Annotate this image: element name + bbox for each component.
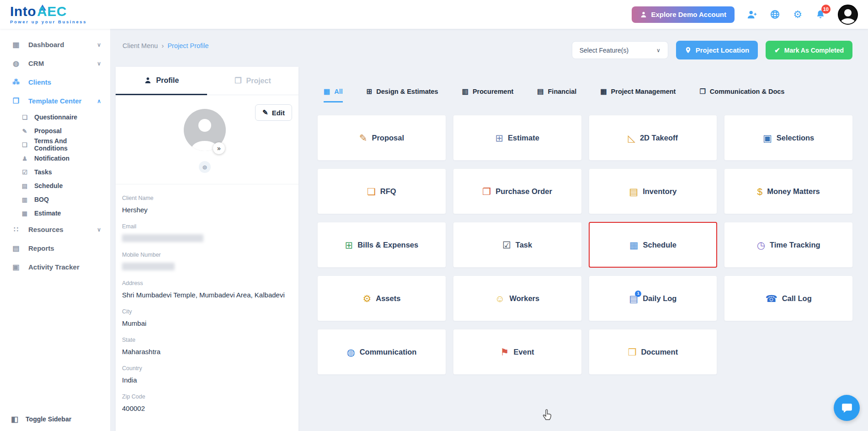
select-features-dropdown[interactable]: Select Feature(s) ∨ <box>572 41 668 59</box>
schedule-icon: ▦ <box>629 240 639 250</box>
sidebar-item-label: Tasks <box>34 168 52 176</box>
estimate-sheet-icon: ▦ <box>21 210 29 217</box>
feature-tab-all[interactable]: ▦All <box>324 87 343 102</box>
notification-count-badge: 10 <box>821 5 831 14</box>
sidebar-item-template-center[interactable]: ❐Template Center∧ <box>0 92 110 110</box>
sidebar-item-tasks[interactable]: ☑Tasks <box>0 165 110 179</box>
explore-demo-account-button[interactable]: Explore Demo Account <box>632 6 735 23</box>
tab-project[interactable]: ❐ Project <box>207 67 298 95</box>
notifications-bell-icon[interactable]: 10 <box>815 9 826 20</box>
feature-tab-project-management[interactable]: ▦Project Management <box>600 87 676 102</box>
feature-tab-financial[interactable]: ▤Financial <box>537 87 576 102</box>
feature-card-schedule[interactable]: ▦Schedule <box>589 222 718 268</box>
feature-tab-communication-docs[interactable]: ❐Communication & Docs <box>699 87 784 102</box>
feature-tab-design-estimates[interactable]: ⊞Design & Estimates <box>367 87 438 102</box>
sidebar-item-label: Notification <box>34 155 69 162</box>
feature-card-time-tracking[interactable]: ◷Time Tracking <box>724 222 853 268</box>
feature-card-label: Assets <box>376 294 400 303</box>
feature-card-call-log[interactable]: ☎Call Log <box>724 275 853 321</box>
boq-book-icon: ▥ <box>21 196 29 203</box>
settings-gear-icon[interactable]: ⚙ <box>792 9 803 20</box>
financial-icon: ▤ <box>537 87 543 96</box>
feature-card-label: Document <box>641 348 678 356</box>
field-label: Client Name <box>122 195 292 201</box>
feature-card-label: Schedule <box>643 241 676 249</box>
purchase-order-icon: ❐ <box>482 187 491 196</box>
feature-card-label: Call Log <box>782 294 812 303</box>
sidebar-item-label: Terms And Conditions <box>34 137 101 152</box>
feature-card-selections[interactable]: ▣Selections <box>724 115 853 161</box>
brand-logo[interactable]: IntoAEC Power up your Business <box>10 5 87 24</box>
sidebar-item-resources[interactable]: ∷Resources∨ <box>0 220 110 239</box>
profile-panel-tabs: Profile ❐ Project <box>116 67 298 95</box>
sidebar-item-reports[interactable]: ▤Reports <box>0 239 110 258</box>
rfq-icon: ❏ <box>367 187 376 196</box>
sidebar-item-boq[interactable]: ▥BOQ <box>0 193 110 206</box>
breadcrumb: Client Menu › Project Profile <box>122 42 209 49</box>
feature-card-label: RFQ <box>380 187 396 196</box>
feature-card-label: Bills & Expenses <box>357 241 418 249</box>
activity-tracker-icon: ▣ <box>11 263 21 271</box>
expand-panel-button[interactable]: » <box>213 142 225 154</box>
toggle-sidebar-button[interactable]: ◧ Toggle Sidebar <box>0 407 110 431</box>
field-value: Hershey <box>122 206 292 214</box>
feature-card-document[interactable]: ❒Document <box>589 329 718 375</box>
schedule-gantt-icon: ▤ <box>21 183 29 189</box>
feature-card-estimate[interactable]: ⊞Estimate <box>453 115 582 161</box>
tasks-checklist-icon: ☑ <box>21 169 29 176</box>
sidebar-item-dashboard[interactable]: ▦Dashboard∨ <box>0 35 110 54</box>
feature-card-event[interactable]: ⚑Event <box>453 329 582 375</box>
procurement-icon: ▥ <box>462 87 469 96</box>
project-location-button[interactable]: Project Location <box>676 41 758 59</box>
sidebar-item-questionnaire[interactable]: ❏Questionnaire <box>0 110 110 124</box>
feature-card-daily-log[interactable]: ▤1Daily Log <box>589 275 718 321</box>
feature-card-2d-takeoff[interactable]: ◺2D Takeoff <box>589 115 718 161</box>
feature-card-bills-expenses[interactable]: ⊞Bills & Expenses <box>317 222 446 268</box>
app-header: IntoAEC Power up your Business Explore D… <box>0 0 868 29</box>
field-country: CountryIndia <box>122 365 292 384</box>
breadcrumb-project-profile[interactable]: Project Profile <box>167 42 208 49</box>
feature-card-money-matters[interactable]: $Money Matters <box>724 168 853 214</box>
feature-card-task[interactable]: ☑Task <box>453 222 582 268</box>
sidebar-item-label: Schedule <box>34 182 63 189</box>
user-avatar[interactable] <box>838 5 858 25</box>
feature-card-label: Inventory <box>643 187 676 196</box>
chevron-down-icon: ∨ <box>97 60 101 67</box>
globe-icon[interactable] <box>769 9 780 20</box>
feature-card-purchase-order[interactable]: ❐Purchase Order <box>453 168 582 214</box>
field-client-name: Client NameHershey <box>122 195 292 214</box>
field-city: CityMumbai <box>122 308 292 327</box>
field-zip-code: Zip Code400002 <box>122 393 292 412</box>
chat-widget-button[interactable] <box>834 395 860 421</box>
feature-card-communication[interactable]: ◍Communication <box>317 329 446 375</box>
sidebar-item-clients[interactable]: ⁂Clients <box>0 73 110 92</box>
field-label: City <box>122 308 292 315</box>
feature-card-rfq[interactable]: ❏RFQ <box>317 168 446 214</box>
sidebar-item-label: Template Center <box>28 97 81 105</box>
breadcrumb-client-menu[interactable]: Client Menu <box>122 42 158 49</box>
feature-card-proposal[interactable]: ✎Proposal <box>317 115 446 161</box>
user-add-icon[interactable] <box>746 9 757 20</box>
bills-calculator-icon: ⊞ <box>345 240 353 250</box>
feature-card-label: Money Matters <box>767 187 820 196</box>
document-folder-icon: ❒ <box>628 347 637 357</box>
feature-tab-procurement[interactable]: ▥Procurement <box>462 87 514 102</box>
sidebar-item-notification[interactable]: ♟Notification <box>0 151 110 165</box>
sidebar-item-activity-tracker[interactable]: ▣Activity Tracker <box>0 258 110 276</box>
edit-button[interactable]: ✎ Edit <box>255 104 292 121</box>
feature-card-assets[interactable]: ⚙Assets <box>317 275 446 321</box>
feature-card-workers[interactable]: ☺Workers <box>453 275 582 321</box>
project-management-icon: ▦ <box>600 87 607 96</box>
feature-card-inventory[interactable]: ▤Inventory <box>589 168 718 214</box>
tab-profile[interactable]: Profile <box>116 67 207 95</box>
sidebar-item-terms-and-conditions[interactable]: ❑Terms And Conditions <box>0 138 110 151</box>
upload-photo-icon[interactable]: ⊚ <box>199 161 211 173</box>
sidebar-item-label: Questionnaire <box>34 113 77 121</box>
sidebar-item-crm[interactable]: ◍CRM∨ <box>0 54 110 73</box>
sidebar-item-schedule[interactable]: ▤Schedule <box>0 179 110 193</box>
sidebar-item-proposal[interactable]: ✎Proposal <box>0 124 110 138</box>
sidebar-item-label: Estimate <box>34 210 61 217</box>
sidebar-item-estimate[interactable]: ▦Estimate <box>0 206 110 220</box>
feature-tab-label: Design & Estimates <box>376 88 438 95</box>
mark-as-completed-button[interactable]: ✔ Mark As Completed <box>766 41 852 59</box>
